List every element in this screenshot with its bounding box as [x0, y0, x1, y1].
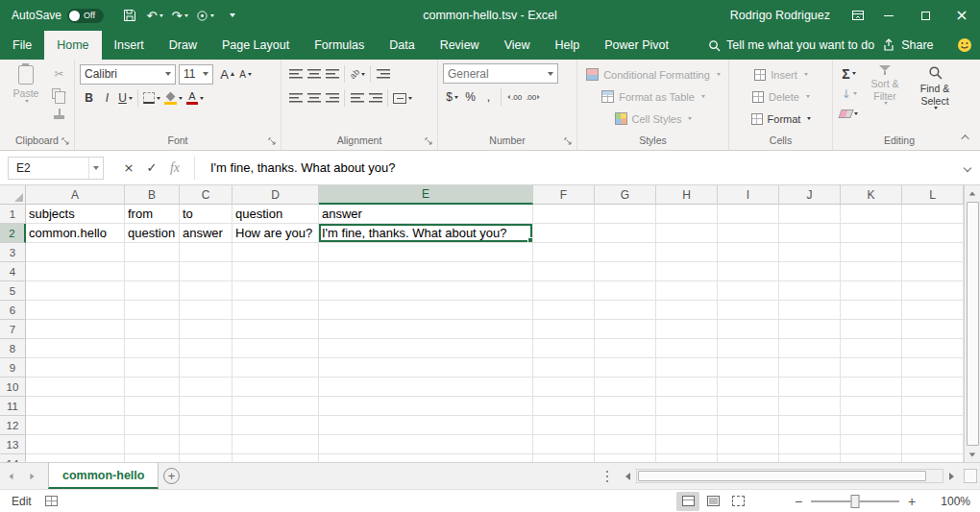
collapse-ribbon-button[interactable] [958, 130, 975, 145]
increase-font-size-button[interactable]: A [218, 63, 236, 85]
cell-H5[interactable] [656, 281, 718, 301]
align-bottom-button[interactable] [323, 63, 341, 85]
cell-J9[interactable] [779, 358, 841, 378]
fill-handle[interactable] [527, 237, 532, 242]
delete-cells-button[interactable]: Delete [734, 85, 828, 108]
fill-button[interactable]: ↓ [838, 84, 860, 104]
cell-E14[interactable] [319, 454, 533, 462]
format-painter-button[interactable] [50, 104, 68, 124]
save-button[interactable] [117, 0, 142, 31]
cell-J13[interactable] [779, 435, 841, 454]
cell-F2[interactable] [533, 224, 595, 243]
column-header-H[interactable]: H [656, 185, 718, 205]
cell-J7[interactable] [779, 320, 841, 339]
cell-A2[interactable]: common.hello [26, 224, 125, 243]
cell-B9[interactable] [125, 358, 180, 378]
cell-C10[interactable] [180, 378, 233, 397]
scroll-left-button[interactable] [620, 469, 636, 484]
cell-C11[interactable] [180, 397, 233, 416]
cell-K7[interactable] [841, 320, 902, 339]
cell-E12[interactable] [319, 416, 533, 435]
cell-H13[interactable] [656, 435, 718, 454]
cell-F9[interactable] [533, 358, 595, 378]
cell-J8[interactable] [779, 339, 841, 358]
cell-L6[interactable] [902, 301, 964, 320]
ribbon-tab-review[interactable]: Review [428, 31, 492, 60]
macro-record-icon[interactable] [45, 496, 58, 506]
cell-K6[interactable] [841, 301, 902, 320]
cell-E7[interactable] [319, 320, 533, 339]
cell-G8[interactable] [595, 339, 656, 358]
cell-G7[interactable] [595, 320, 656, 339]
cell-A8[interactable] [26, 339, 125, 358]
zoom-out-button[interactable]: − [790, 492, 807, 511]
cell-C9[interactable] [180, 358, 233, 378]
customize-qat-button[interactable] [218, 0, 243, 31]
tab-scrollbar-splitter[interactable] [600, 469, 614, 483]
cell-L12[interactable] [902, 416, 964, 435]
select-all-button[interactable] [0, 185, 26, 205]
cell-H14[interactable] [656, 454, 718, 462]
ribbon-tab-data[interactable]: Data [377, 31, 427, 60]
cell-K1[interactable] [841, 205, 902, 224]
format-cells-button[interactable]: Format [734, 108, 828, 130]
cell-K5[interactable] [841, 281, 902, 301]
feedback-smiley-button[interactable] [957, 31, 972, 60]
cell-B10[interactable] [125, 378, 180, 397]
cell-I3[interactable] [718, 243, 779, 262]
touch-mode-button[interactable] [192, 0, 218, 31]
percent-style-button[interactable]: % [461, 86, 479, 108]
cell-F12[interactable] [533, 416, 595, 435]
conditional-formatting-button[interactable]: Conditional Formatting [582, 63, 724, 85]
align-top-button[interactable] [286, 63, 305, 85]
sheet-nav-left-button[interactable] [0, 463, 21, 490]
cell-I6[interactable] [718, 301, 779, 320]
scroll-down-button[interactable] [965, 447, 980, 462]
cell-G2[interactable] [595, 224, 656, 243]
cell-F7[interactable] [533, 320, 595, 339]
cell-K12[interactable] [841, 416, 902, 435]
scroll-up-button[interactable] [965, 185, 980, 201]
sort-filter-button[interactable]: Sort & Filter [860, 63, 910, 134]
cell-D7[interactable] [233, 320, 319, 339]
cell-I8[interactable] [718, 339, 779, 358]
underline-button[interactable]: U [116, 87, 135, 109]
row-header-1[interactable]: 1 [0, 205, 26, 224]
row-header-11[interactable]: 11 [0, 397, 26, 416]
cell-F6[interactable] [533, 301, 595, 320]
cell-L10[interactable] [902, 378, 964, 397]
cell-A9[interactable] [26, 358, 125, 378]
cell-C12[interactable] [180, 416, 233, 435]
cell-E9[interactable] [319, 358, 533, 378]
cell-H4[interactable] [656, 262, 718, 281]
cell-A1[interactable]: subjects [26, 205, 125, 224]
cell-I7[interactable] [718, 320, 779, 339]
clear-button[interactable] [838, 104, 860, 124]
font-size-select[interactable]: 11 [179, 64, 213, 85]
cell-G9[interactable] [595, 358, 656, 378]
vertical-scrollbar-thumb[interactable] [967, 202, 979, 446]
cell-D2[interactable]: How are you? [233, 224, 319, 243]
cell-H6[interactable] [656, 301, 718, 320]
horizontal-scrollbar-track[interactable] [636, 469, 943, 483]
cell-J2[interactable] [779, 224, 841, 243]
horizontal-scrollbar[interactable] [620, 469, 960, 484]
cell-G11[interactable] [595, 397, 656, 416]
cell-F3[interactable] [533, 243, 595, 262]
column-header-D[interactable]: D [233, 185, 319, 205]
cell-L13[interactable] [902, 435, 964, 454]
accounting-format-button[interactable]: $ [443, 86, 461, 108]
cell-D13[interactable] [233, 435, 319, 454]
name-box[interactable]: E2 [8, 157, 104, 180]
formula-bar-expand-button[interactable] [957, 157, 978, 180]
vertical-scrollbar[interactable] [964, 185, 980, 462]
decrease-decimal-button[interactable]: .00 [524, 86, 543, 108]
row-header-3[interactable]: 3 [0, 243, 26, 262]
cell-I1[interactable] [718, 205, 779, 224]
sheet-nav-right-button[interactable] [21, 463, 42, 490]
undo-button[interactable]: ↶ [142, 0, 167, 31]
ribbon-tab-help[interactable]: Help [543, 31, 593, 60]
fill-color-button[interactable] [162, 87, 184, 109]
sheet-split-handle[interactable] [964, 469, 977, 483]
cell-C2[interactable]: answer [180, 224, 233, 243]
